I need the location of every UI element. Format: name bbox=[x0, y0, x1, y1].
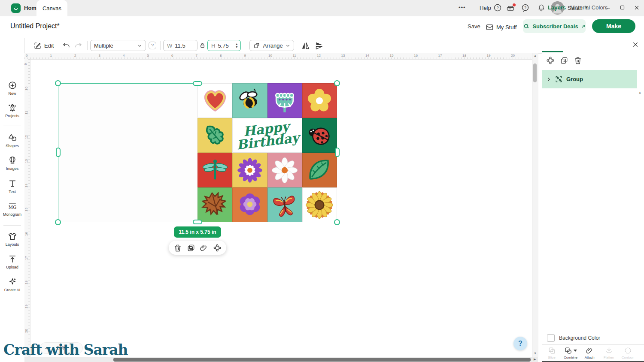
tile-oak-leaf[interactable] bbox=[197, 118, 232, 153]
tile-maple-leaf[interactable] bbox=[197, 187, 232, 222]
resize-handle-bottom-left[interactable] bbox=[55, 219, 61, 225]
window-maximize-button[interactable] bbox=[619, 5, 625, 11]
ruler-number: 6 bbox=[171, 54, 173, 57]
scroll-up-icon[interactable]: ▲ bbox=[534, 54, 537, 57]
resize-handle-bottom-right[interactable] bbox=[334, 219, 340, 225]
resize-handle-left-center[interactable] bbox=[56, 148, 61, 157]
make-button[interactable]: Make bbox=[592, 19, 635, 33]
quick-trash-icon[interactable] bbox=[173, 244, 182, 252]
sidebar-balloon-icon bbox=[8, 156, 17, 165]
vertical-scroll-thumb[interactable] bbox=[533, 63, 537, 82]
horizontal-scroll-thumb[interactable] bbox=[113, 358, 531, 362]
tile-birthday-text[interactable]: HappyBirthday bbox=[232, 118, 302, 153]
tile-heart[interactable] bbox=[197, 83, 232, 118]
lock-aspect-icon[interactable] bbox=[199, 42, 206, 48]
action-label: Combine bbox=[564, 356, 577, 359]
help-menu[interactable]: Help bbox=[480, 5, 491, 11]
sidebar-item-projects[interactable]: Projects bbox=[0, 103, 24, 118]
tile-ladybug[interactable] bbox=[302, 118, 337, 153]
action-attach[interactable]: Attach bbox=[580, 347, 599, 359]
ruler-number: 15 bbox=[24, 208, 28, 211]
project-title[interactable]: Untitled Project* bbox=[10, 22, 60, 30]
flip-horizontal-icon[interactable] bbox=[301, 41, 310, 50]
panel-scroll-up-icon[interactable]: ▲ bbox=[638, 91, 641, 94]
tile-white-daisy[interactable] bbox=[267, 153, 302, 187]
notifications-bell-icon[interactable] bbox=[537, 3, 546, 12]
hint-button[interactable]: ? bbox=[149, 42, 156, 49]
arrange-dropdown[interactable]: Arrange bbox=[249, 40, 294, 51]
scroll-down-icon[interactable]: ▼ bbox=[534, 352, 537, 355]
action-combine[interactable]: Combine bbox=[561, 347, 580, 359]
quick-ungroup-icon[interactable] bbox=[213, 244, 222, 252]
save-button[interactable]: Save bbox=[468, 23, 480, 30]
attach-icon bbox=[586, 347, 594, 355]
redo-icon[interactable] bbox=[74, 42, 82, 50]
quick-attach-icon[interactable] bbox=[200, 244, 208, 252]
tile-purple-flower[interactable] bbox=[232, 187, 267, 222]
tile-tulip[interactable] bbox=[267, 83, 302, 118]
resize-handle-top-right[interactable] bbox=[334, 80, 340, 86]
tile-purple-daisy[interactable] bbox=[232, 153, 267, 187]
help-bubble-button[interactable]: ? bbox=[513, 337, 527, 350]
sidebar-item-layouts[interactable]: Layouts bbox=[0, 232, 24, 247]
background-color-row[interactable]: Background Color bbox=[542, 332, 644, 344]
sidebar-shapes-icon bbox=[8, 133, 17, 142]
window-close-button[interactable] bbox=[634, 5, 640, 11]
subscriber-deals-button[interactable]: Subscriber Deals bbox=[523, 19, 586, 33]
tile-flower-yellow[interactable] bbox=[302, 83, 337, 118]
action-label: Contour bbox=[622, 356, 634, 359]
edit-button[interactable]: Edit bbox=[33, 38, 54, 53]
tile-sunflower[interactable] bbox=[302, 187, 337, 222]
flip-vertical-icon[interactable] bbox=[315, 41, 324, 50]
background-color-swatch[interactable] bbox=[547, 334, 555, 342]
resize-handle-top-center[interactable] bbox=[193, 81, 202, 86]
ruler-number: 5 bbox=[147, 54, 149, 57]
sidebar-item-monogram[interactable]: MGMonogram bbox=[0, 202, 24, 217]
sidebar-item-label: Layouts bbox=[6, 242, 19, 247]
tab-material-colors[interactable]: Material Colors bbox=[570, 4, 608, 11]
sidebar-item-images[interactable]: Images bbox=[0, 156, 24, 171]
machine-icon[interactable] bbox=[506, 4, 515, 12]
quick-duplicate-icon[interactable] bbox=[187, 244, 195, 252]
sidebar-tshirt-icon bbox=[8, 232, 17, 241]
more-menu-icon[interactable]: ••• bbox=[459, 4, 466, 11]
feedback-icon[interactable]: ? bbox=[521, 3, 530, 12]
sidebar-item-create-ai[interactable]: Create AI bbox=[0, 277, 24, 292]
tile-dragonfly[interactable] bbox=[197, 153, 232, 187]
cricut-logo-icon[interactable] bbox=[11, 3, 21, 13]
panel-close-icon[interactable] bbox=[632, 41, 639, 48]
expand-chevron-icon[interactable] bbox=[546, 77, 551, 82]
height-stepper[interactable]: ▲▼ bbox=[235, 43, 238, 48]
tab-layers[interactable]: Layers bbox=[548, 4, 566, 11]
width-input[interactable]: W 11.5 bbox=[163, 40, 197, 51]
sidebar-item-shapes[interactable]: Shapes bbox=[0, 133, 24, 148]
resize-handle-bottom-center[interactable] bbox=[193, 220, 202, 224]
trash-icon[interactable] bbox=[574, 56, 582, 66]
scroll-right-icon[interactable]: ▶ bbox=[534, 358, 536, 361]
sidebar-divider bbox=[3, 126, 21, 126]
ruler-number: 11 bbox=[24, 111, 28, 114]
help-question-icon[interactable]: ? bbox=[493, 3, 502, 12]
tab-canvas[interactable]: Canvas bbox=[36, 0, 67, 16]
selection-quick-toolbar[interactable] bbox=[169, 241, 226, 255]
layer-row-group[interactable]: Group bbox=[542, 70, 637, 88]
duplicate-icon[interactable] bbox=[560, 56, 568, 66]
my-stuff-button[interactable]: My Stuff bbox=[486, 23, 516, 31]
my-stuff-label: My Stuff bbox=[496, 24, 516, 30]
ungroup-icon[interactable] bbox=[546, 56, 555, 66]
sidebar-item-new[interactable]: New bbox=[0, 81, 24, 96]
sidebar-item-label: Upload bbox=[6, 265, 18, 269]
undo-icon[interactable] bbox=[62, 42, 70, 50]
tile-bee[interactable] bbox=[232, 83, 267, 118]
sidebar-item-upload[interactable]: Upload bbox=[0, 254, 24, 269]
tile-butterfly[interactable] bbox=[267, 187, 302, 222]
resize-handle-top-left[interactable] bbox=[55, 80, 61, 86]
resize-handle-right-center[interactable] bbox=[335, 148, 340, 157]
action-label: Flatten bbox=[604, 356, 614, 359]
ruler-number: 2 bbox=[74, 54, 76, 57]
canvas-vertical-scrollbar[interactable] bbox=[532, 53, 538, 357]
selection-type-dropdown[interactable]: Multiple bbox=[90, 40, 146, 51]
tile-leaf[interactable] bbox=[302, 153, 337, 187]
height-input[interactable]: H 5.75 ▲▼ bbox=[207, 40, 241, 51]
sidebar-item-text[interactable]: Text bbox=[0, 179, 24, 194]
